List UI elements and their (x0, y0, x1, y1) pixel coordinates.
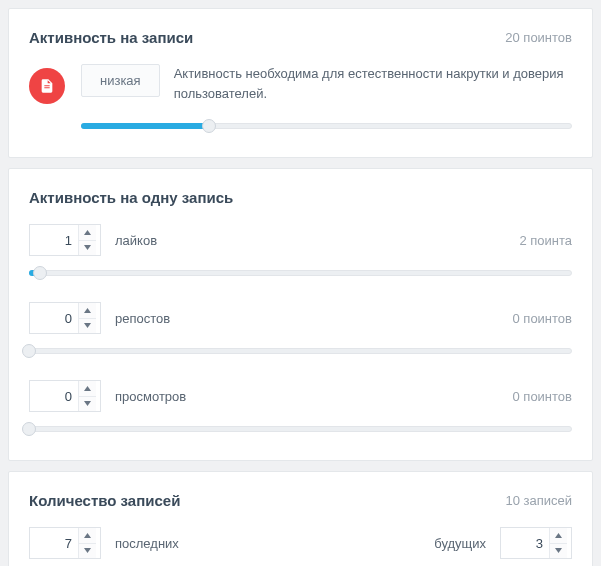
likes-block: лайков 2 поинта (29, 224, 572, 280)
records-count-label: 10 записей (505, 493, 572, 508)
stepper-up-button[interactable] (550, 528, 567, 543)
stepper-down-button[interactable] (79, 318, 96, 334)
stepper-down-button[interactable] (550, 543, 567, 559)
likes-label: лайков (115, 233, 157, 248)
card-header: Количество записей 10 записей (29, 492, 572, 509)
views-block: просмотров 0 поинтов (29, 380, 572, 436)
activity-level-slider[interactable] (81, 119, 572, 133)
future-records-stepper[interactable] (500, 527, 572, 559)
likes-input[interactable] (30, 225, 78, 255)
card-title: Активность на записи (29, 29, 193, 46)
past-records-stepper[interactable] (29, 527, 101, 559)
activity-description: Активность необходима для естественности… (174, 64, 572, 103)
reposts-block: репостов 0 поинтов (29, 302, 572, 358)
card-header: Активность на одну запись (29, 189, 572, 206)
stepper-up-button[interactable] (79, 381, 96, 396)
past-label: последних (115, 536, 179, 551)
likes-slider[interactable] (29, 266, 572, 280)
future-records-input[interactable] (501, 528, 549, 558)
card-header: Активность на записи 20 поинтов (29, 29, 572, 46)
stepper-up-button[interactable] (79, 528, 96, 543)
likes-stepper[interactable] (29, 224, 101, 256)
reposts-slider[interactable] (29, 344, 572, 358)
future-label: будущих (434, 536, 486, 551)
reposts-label: репостов (115, 311, 170, 326)
past-records-input[interactable] (30, 528, 78, 558)
stepper-down-button[interactable] (79, 240, 96, 256)
activity-on-records-card: Активность на записи 20 поинтов низкая А… (8, 8, 593, 158)
views-slider[interactable] (29, 422, 572, 436)
records-count-card: Количество записей 10 записей последних … (8, 471, 593, 566)
likes-cost: 2 поинта (519, 233, 572, 248)
reposts-cost: 0 поинтов (513, 311, 573, 326)
stepper-up-button[interactable] (79, 225, 96, 240)
points-label: 20 поинтов (505, 30, 572, 45)
activity-per-record-card: Активность на одну запись лайков 2 поинт… (8, 168, 593, 461)
views-cost: 0 поинтов (513, 389, 573, 404)
activity-level-badge: низкая (81, 64, 160, 97)
views-label: просмотров (115, 389, 186, 404)
views-input[interactable] (30, 381, 78, 411)
stepper-down-button[interactable] (79, 543, 96, 559)
reposts-input[interactable] (30, 303, 78, 333)
card-title: Активность на одну запись (29, 189, 233, 206)
card-title: Количество записей (29, 492, 180, 509)
document-icon (29, 68, 65, 104)
stepper-down-button[interactable] (79, 396, 96, 412)
reposts-stepper[interactable] (29, 302, 101, 334)
stepper-up-button[interactable] (79, 303, 96, 318)
views-stepper[interactable] (29, 380, 101, 412)
